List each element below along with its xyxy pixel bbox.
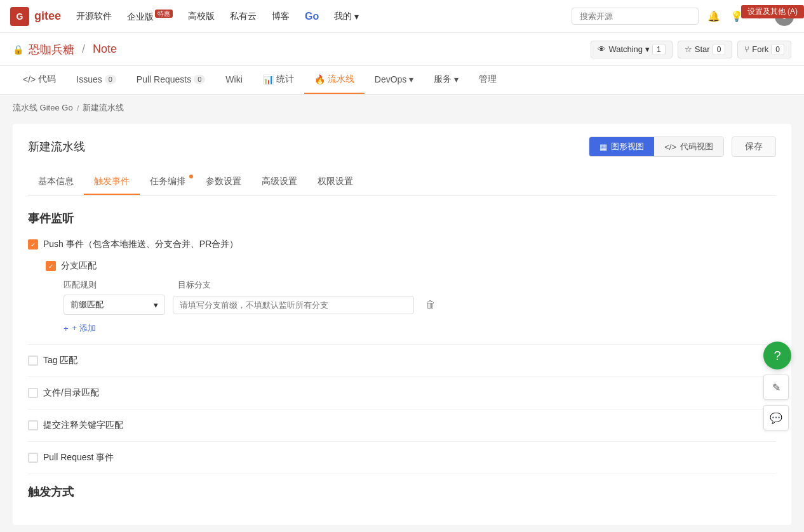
trigger-method-title: 触发方式	[28, 484, 776, 500]
commit-keyword-checkbox[interactable]	[28, 420, 38, 430]
inner-tab-params[interactable]: 参数设置	[196, 170, 251, 195]
tab-code[interactable]: </> 代码	[13, 66, 66, 94]
chevron-down-icon: ▾	[454, 74, 459, 84]
chevron-down-icon: ▾	[645, 44, 650, 54]
fork-icon: ⑂	[744, 44, 749, 54]
nav-private-cloud[interactable]: 私有云	[230, 11, 257, 22]
inner-tab-trigger[interactable]: 触发事件	[84, 170, 140, 195]
push-event-label[interactable]: Push 事件（包含本地推送、分支合并、PR合并）	[43, 239, 238, 250]
edit-icon: ✎	[772, 382, 781, 394]
graph-icon: ▦	[600, 142, 607, 152]
match-labels: 匹配规则 目标分支	[64, 279, 776, 291]
edit-button[interactable]: ✎	[763, 375, 789, 400]
branch-match-checkbox[interactable]	[46, 261, 56, 271]
push-event-checkbox[interactable]	[28, 239, 38, 249]
inner-tab-basic[interactable]: 基本信息	[28, 170, 84, 195]
match-row: 前缀匹配 ▾ 🗑	[64, 295, 776, 315]
pull-request-label[interactable]: Pull Request 事件	[43, 452, 114, 463]
match-rule-select[interactable]: 前缀匹配 ▾	[64, 295, 165, 315]
delete-branch-button[interactable]: 🗑	[422, 296, 439, 314]
match-rule-label: 匹配规则	[64, 279, 178, 291]
watching-button[interactable]: 👁 Watching ▾ 1	[591, 41, 672, 58]
nav-go[interactable]: Go	[305, 11, 319, 22]
inner-tab-tasks[interactable]: 任务编排	[140, 170, 196, 195]
nav-enterprise[interactable]: 企业版特惠	[127, 10, 173, 23]
tab-wiki[interactable]: Wiki	[215, 67, 252, 93]
enterprise-badge: 特惠	[155, 10, 173, 18]
eye-icon: 👁	[598, 44, 606, 54]
section-title: 事件监听	[28, 211, 776, 226]
file-dir-match-row: 文件/目录匹配	[28, 387, 776, 399]
repo-title: 🔒 恐咖兵糖 / Note	[13, 42, 117, 57]
tab-devops[interactable]: DevOps ▾	[365, 67, 424, 93]
chat-icon: 💬	[770, 412, 782, 424]
breadcrumb-pipeline-link[interactable]: 流水线 Gitee Go	[13, 102, 73, 114]
question-icon: ?	[774, 349, 781, 363]
chevron-down-icon: ▾	[354, 11, 359, 22]
target-branch-label: 目标分支	[178, 279, 776, 291]
star-icon: ☆	[685, 44, 692, 54]
tab-manage[interactable]: 管理	[469, 66, 507, 94]
view-toggle: ▦ 图形视图 </> 代码视图	[589, 136, 724, 157]
chart-icon: 📊	[263, 74, 274, 84]
divider-5	[28, 474, 776, 474]
code-icon: </>	[23, 74, 36, 84]
logo-text: gitee	[34, 10, 61, 23]
graph-view-button[interactable]: ▦ 图形视图	[589, 137, 654, 156]
settings-bar[interactable]: 设置及其他 (A)	[741, 5, 804, 18]
repo-name-link[interactable]: Note	[93, 43, 117, 56]
inner-tab-advanced[interactable]: 高级设置	[251, 170, 307, 195]
breadcrumb-current: 新建流水线	[83, 102, 124, 114]
inner-tab-permissions[interactable]: 权限设置	[307, 170, 363, 195]
help-button[interactable]: ?	[763, 342, 791, 369]
nav-blog[interactable]: 博客	[272, 11, 290, 22]
tab-stats[interactable]: 📊 统计	[253, 66, 304, 94]
nav-left: G gitee 开源软件 企业版特惠 高校版 私有云 博客 Go 我的 ▾	[10, 7, 359, 26]
pull-request-checkbox[interactable]	[28, 453, 38, 463]
tab-pipeline[interactable]: 🔥 流水线	[304, 66, 365, 94]
page-header: 新建流水线 ▦ 图形视图 </> 代码视图 保存	[28, 136, 776, 157]
tag-match-checkbox[interactable]	[28, 356, 38, 366]
code-icon: </>	[664, 142, 676, 152]
chevron-down-icon: ▾	[154, 300, 158, 310]
star-button[interactable]: ☆ Star 0	[678, 41, 733, 58]
main-content: 新建流水线 ▦ 图形视图 </> 代码视图 保存 基本信息 触发事件 任务编排	[13, 124, 791, 525]
tag-match-row: Tag 匹配	[28, 355, 776, 366]
inner-tabs: 基本信息 触发事件 任务编排 参数设置 高级设置 权限设置	[28, 170, 776, 196]
divider-1	[28, 344, 776, 345]
match-grid: 匹配规则 目标分支 前缀匹配 ▾ 🗑 + + 添加	[64, 279, 776, 334]
tab-issues[interactable]: Issues 0	[66, 67, 126, 93]
fork-count: 0	[771, 44, 784, 55]
tag-match-label[interactable]: Tag 匹配	[43, 355, 77, 366]
nav-university[interactable]: 高校版	[188, 11, 215, 22]
add-branch-button[interactable]: + + 添加	[64, 323, 776, 334]
nav-my[interactable]: 我的 ▾	[334, 11, 359, 22]
nav-opensource[interactable]: 开源软件	[76, 11, 112, 22]
star-count: 0	[713, 44, 726, 55]
repo-owner-link[interactable]: 恐咖兵糖	[29, 42, 74, 57]
chat-button[interactable]: 💬	[763, 405, 789, 430]
tab-pull-requests[interactable]: Pull Requests 0	[126, 67, 216, 93]
bell-icon[interactable]: 🔔	[706, 9, 721, 24]
branch-match-row: 分支匹配	[46, 260, 776, 272]
search-input[interactable]	[572, 8, 699, 25]
branch-section: 分支匹配 匹配规则 目标分支 前缀匹配 ▾ 🗑 + + 添加	[46, 260, 776, 334]
file-dir-label[interactable]: 文件/目录匹配	[43, 387, 99, 399]
code-view-button[interactable]: </> 代码视图	[654, 137, 723, 156]
branch-input[interactable]	[173, 296, 414, 314]
float-buttons: ? ✎ 💬	[763, 342, 791, 430]
save-button[interactable]: 保存	[732, 136, 776, 157]
watching-count: 1	[652, 44, 666, 55]
divider-3	[28, 409, 776, 409]
tab-services[interactable]: 服务 ▾	[424, 66, 469, 94]
file-dir-checkbox[interactable]	[28, 388, 38, 398]
branch-match-label[interactable]: 分支匹配	[61, 260, 97, 272]
commit-keyword-label[interactable]: 提交注释关键字匹配	[43, 420, 123, 431]
repo-actions: 👁 Watching ▾ 1 ☆ Star 0 ⑂ Fork 0	[591, 41, 791, 58]
fork-button[interactable]: ⑂ Fork 0	[737, 41, 791, 58]
logo[interactable]: G gitee	[10, 7, 61, 26]
pipeline-icon: 🔥	[314, 74, 325, 84]
breadcrumb-area: 流水线 Gitee Go / 新建流水线	[0, 95, 804, 116]
top-nav: G gitee 开源软件 企业版特惠 高校版 私有云 博客 Go 我的 ▾ 🔔 …	[0, 0, 804, 33]
divider-2	[28, 376, 776, 377]
